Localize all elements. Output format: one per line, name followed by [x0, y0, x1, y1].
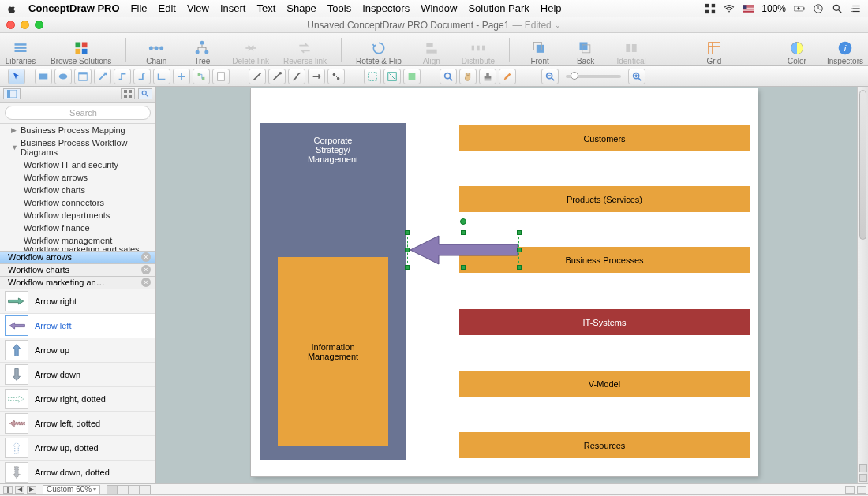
ts-line5[interactable] [327, 69, 345, 84]
tb-chain[interactable]: Chain [140, 40, 172, 65]
tree-item[interactable]: Workflow departments [0, 209, 155, 222]
page-tab-add[interactable] [118, 485, 129, 494]
tab-close-icon[interactable]: × [141, 252, 151, 262]
shape-customers[interactable]: Customers [459, 125, 750, 151]
tree-item[interactable]: Workflow management [0, 234, 155, 247]
ts-ellipse[interactable] [54, 69, 72, 84]
shape-arrow-left-dotted[interactable]: Arrow left, dotted [0, 412, 155, 436]
tb-browse-solutions[interactable]: Browse Solutions [51, 40, 111, 65]
tab-close-icon[interactable]: × [141, 278, 151, 287]
resize-handle[interactable] [405, 230, 410, 235]
tb-front[interactable]: Front [524, 40, 556, 65]
tree-bpm[interactable]: ▶Business Process Mapping [0, 124, 155, 136]
ts-pen[interactable] [499, 69, 516, 84]
page-tab-1[interactable] [107, 485, 118, 494]
drawing-canvas[interactable]: Corporate Strategy/ Management Informati… [156, 87, 868, 483]
menu-inspectors[interactable]: Inspectors [362, 2, 410, 14]
view-mode-2[interactable] [857, 486, 866, 494]
sidebar-search-icon[interactable] [138, 88, 152, 99]
ts-page[interactable] [212, 69, 230, 84]
ts-line3[interactable] [288, 69, 305, 84]
resize-handle[interactable] [517, 230, 522, 235]
scroll-thumb[interactable] [859, 90, 866, 240]
tab-workflow-arrows[interactable]: Workflow arrows× [0, 252, 155, 264]
page-next[interactable]: ▶ [27, 486, 36, 494]
window-minimize-button[interactable] [21, 21, 29, 29]
shape-it-systems[interactable]: IT-Systems [459, 309, 750, 335]
menu-help[interactable]: Help [541, 2, 562, 14]
shape-arrow-right[interactable]: Arrow right [0, 289, 155, 314]
ts-sel1[interactable] [364, 69, 381, 84]
rotation-handle[interactable] [460, 218, 466, 225]
sidebar-grid-view-icon[interactable] [121, 88, 135, 99]
ts-line4[interactable] [308, 69, 325, 84]
page-first[interactable]: ◀ [15, 486, 24, 494]
ts-conn3[interactable] [133, 69, 151, 84]
tree-item[interactable]: Workflow finance [0, 222, 155, 234]
title-chevron-icon[interactable]: ⌄ [555, 21, 561, 29]
menu-window[interactable]: Window [421, 2, 457, 14]
ts-line2[interactable] [268, 69, 286, 84]
shape-information-management[interactable]: Information Management [278, 257, 388, 446]
ts-sel2[interactable] [383, 69, 401, 84]
ts-zoom[interactable] [440, 69, 457, 84]
shape-resources[interactable]: Resources [459, 432, 750, 458]
page-surface[interactable]: Corporate Strategy/ Management Informati… [251, 88, 758, 476]
tb-libraries[interactable]: Libraries [5, 40, 36, 65]
tree-bpwd[interactable]: ▼Business Process Workflow Diagrams [0, 136, 155, 158]
tab-workflow-charts[interactable]: Workflow charts× [0, 264, 155, 277]
tree-item[interactable]: Workflow connectors [0, 196, 155, 209]
menu-insert[interactable]: Insert [220, 2, 246, 14]
ts-line1[interactable] [249, 69, 266, 84]
ts-conn1[interactable] [94, 69, 111, 84]
library-search-input[interactable] [5, 106, 151, 120]
tb-grid[interactable]: Grid [698, 40, 730, 65]
ts-rect[interactable] [35, 69, 52, 84]
clock-icon[interactable] [813, 3, 824, 14]
page-tab-blank[interactable] [140, 485, 151, 494]
shape-arrow-up-dotted[interactable]: Arrow up, dotted [0, 436, 155, 461]
scroll-button[interactable] [859, 474, 867, 482]
ts-conn2[interactable] [114, 69, 131, 84]
shape-arrow-right-dotted[interactable]: Arrow right, dotted [0, 387, 155, 412]
tab-close-icon[interactable]: × [141, 265, 151, 274]
shape-vmodel[interactable]: V-Model [459, 371, 750, 397]
tree-item[interactable]: Workflow arrows [0, 171, 155, 184]
view-mode-1[interactable] [845, 486, 855, 494]
tree-item[interactable]: Workflow IT and security [0, 158, 155, 171]
menu-text[interactable]: Text [256, 2, 275, 14]
battery-icon[interactable] [794, 3, 805, 14]
menubar-grid-icon[interactable] [705, 3, 716, 14]
tb-back[interactable]: Back [570, 40, 601, 65]
shape-arrow-down-dotted[interactable]: Arrow down, dotted [0, 461, 155, 483]
menu-view[interactable]: View [187, 2, 209, 14]
tb-color[interactable]: Color [781, 40, 813, 65]
menu-edit[interactable]: Edit [159, 2, 176, 14]
tab-workflow-marketing[interactable]: Workflow marketing an…× [0, 277, 155, 289]
resize-handle[interactable] [405, 265, 410, 270]
menu-solution-park[interactable]: Solution Park [468, 2, 529, 14]
resize-handle[interactable] [517, 248, 522, 252]
vertical-scrollbar[interactable] [857, 87, 868, 483]
window-close-button[interactable] [6, 21, 15, 29]
spotlight-icon[interactable] [832, 3, 843, 14]
ts-conn6[interactable] [193, 69, 210, 84]
menu-shape[interactable]: Shape [286, 2, 316, 14]
ts-stamp[interactable] [479, 69, 496, 84]
ts-conn4[interactable] [153, 69, 170, 84]
zoom-slider[interactable] [566, 75, 621, 78]
window-zoom-button[interactable] [35, 21, 43, 29]
shape-arrow-up[interactable]: Arrow up [0, 338, 155, 363]
selected-arrow-left[interactable] [407, 233, 519, 267]
ts-conn5[interactable] [173, 69, 190, 84]
resize-handle[interactable] [517, 265, 522, 270]
ts-sel3[interactable] [403, 69, 421, 84]
sidebar-toggle-icon[interactable] [3, 88, 21, 99]
ts-hand[interactable] [459, 69, 477, 84]
tb-tree[interactable]: Tree [186, 40, 218, 65]
shape-arrow-left[interactable]: Arrow left [0, 314, 155, 338]
zoom-select[interactable]: Custom 60%▾ [43, 485, 100, 494]
wifi-icon[interactable] [724, 3, 735, 14]
resize-handle[interactable] [461, 230, 466, 235]
shape-arrow-down[interactable]: Arrow down [0, 363, 155, 387]
